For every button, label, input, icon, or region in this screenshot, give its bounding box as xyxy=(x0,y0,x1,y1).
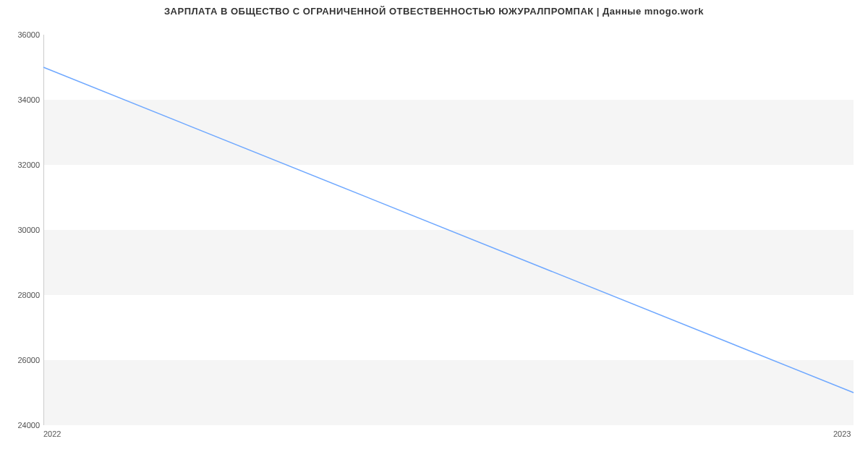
y-tick-label: 30000 xyxy=(4,226,40,234)
line-layer xyxy=(43,35,854,425)
series-line xyxy=(43,67,854,393)
chart-container: ЗАРПЛАТА В ОБЩЕСТВО С ОГРАНИЧЕННОЙ ОТВЕС… xyxy=(0,0,868,470)
y-tick-label: 24000 xyxy=(4,421,40,430)
y-tick-label: 26000 xyxy=(4,356,40,364)
chart-title: ЗАРПЛАТА В ОБЩЕСТВО С ОГРАНИЧЕННОЙ ОТВЕС… xyxy=(0,6,868,17)
x-tick-label: 2023 xyxy=(833,430,851,438)
y-tick-label: 36000 xyxy=(4,30,40,39)
y-tick-label: 34000 xyxy=(4,95,40,104)
x-tick-label: 2022 xyxy=(43,430,61,438)
y-tick-label: 32000 xyxy=(4,161,40,169)
y-tick-label: 28000 xyxy=(4,291,40,299)
